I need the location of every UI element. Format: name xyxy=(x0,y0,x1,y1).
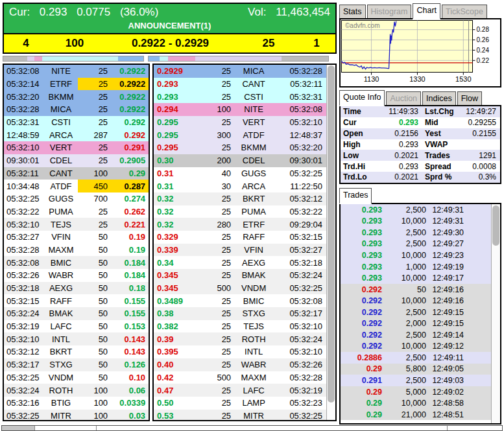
bid-row[interactable]: 05:32:25VNDM500.10 xyxy=(4,371,149,384)
tab-trades[interactable]: Trades xyxy=(339,188,372,204)
trades-scrollbar[interactable] xyxy=(491,204,500,423)
trade-row[interactable]: 0.29310,00012:49:17 xyxy=(341,272,491,284)
trades-panel: 0.2932,50012:49:310.29310,00012:49:310.2… xyxy=(339,203,501,425)
trade-price: 0.29 xyxy=(341,410,382,419)
ask-row[interactable]: 0.345500VNDM05:32:25 xyxy=(154,282,326,295)
ask-row[interactable]: 0.348925BMIC05:32:08 xyxy=(154,294,326,307)
bottom-scrollbar[interactable] xyxy=(1,425,503,431)
trades-scrollbar-thumb[interactable] xyxy=(492,205,499,246)
bid-row[interactable]: 05:32:08BMIC500.184 xyxy=(4,256,149,269)
trade-row[interactable]: 0.29210,00012:49:16 xyxy=(341,295,491,307)
trade-row[interactable]: 0.2921,00012:48:51 xyxy=(341,409,491,421)
trade-row[interactable]: 0.29310,00012:49:23 xyxy=(341,250,491,261)
bid-row[interactable]: 05:32:15RAFF500.155 xyxy=(4,294,149,307)
ask-row[interactable]: 0.42500MAXM05:32:28 xyxy=(154,371,326,384)
bid-row[interactable]: 05:32:10TEJS250.221 xyxy=(4,218,149,231)
ask-row[interactable]: 0.3225BKRT05:32:12 xyxy=(154,192,326,205)
trade-size: 2,000 xyxy=(382,319,426,328)
ask-row[interactable]: 0.29525BKMM05:32:20 xyxy=(154,141,326,154)
ask-row[interactable]: 0.29325CANT05:32:11 xyxy=(154,78,326,91)
bid-row[interactable]: 05:32:31CSTI250.292 xyxy=(4,116,149,129)
trade-row[interactable]: 0.2922,50012:49:15 xyxy=(341,307,491,318)
bid-row[interactable]: 05:32:24ROTH1000.06 xyxy=(4,384,149,397)
tab-indices[interactable]: Indices xyxy=(422,91,456,105)
bid-row[interactable]: 10:34:48ATDF4500.287 xyxy=(4,180,149,192)
ask-row[interactable]: 0.3825STXG05:32:17 xyxy=(154,307,326,320)
bid-row[interactable]: 05:32:20BKMM250.2922 xyxy=(4,90,149,103)
ask-row[interactable]: 0.29525VERT05:32:10 xyxy=(154,116,326,129)
bid-row[interactable]: 05:32:10VERT250.291 xyxy=(4,141,149,154)
ask-row[interactable]: 0.292925MICA05:32:28 xyxy=(154,65,326,78)
ask-row[interactable]: 0.295300ATDF12:48:37 xyxy=(154,128,326,141)
ask-scrollbar[interactable] xyxy=(326,65,335,420)
trade-row[interactable]: 0.2932,50012:49:31 xyxy=(341,204,491,216)
ask-row[interactable]: 0.3925ROTH05:32:24 xyxy=(154,332,326,345)
ask-row[interactable]: 0.38225TEJS05:32:10 xyxy=(154,320,326,333)
trade-row[interactable]: 0.2922,50012:49:14 xyxy=(341,329,491,341)
bid-mm: RAFF xyxy=(44,296,78,306)
trade-row[interactable]: 0.2910,00012:48:58 xyxy=(341,397,491,409)
ask-row[interactable]: 0.3225PUMA05:32:22 xyxy=(154,205,326,218)
ask-row[interactable]: 0.33925VFIN05:32:27 xyxy=(154,244,326,257)
bid-row[interactable]: 05:32:10INTL500.143 xyxy=(4,332,149,345)
bid-row[interactable]: 05:32:25GUGS7000.274 xyxy=(4,192,149,205)
ask-row[interactable]: 0.4725LAFC05:32:19 xyxy=(154,384,326,397)
tab-histogram[interactable]: Histogram xyxy=(367,5,412,18)
ask-row[interactable]: 0.32280ETRF09:29:04 xyxy=(154,218,326,231)
bid-row[interactable]: 05:32:26WABR500.184 xyxy=(4,269,149,282)
bid-row[interactable]: 05:32:27VFIN500.19 xyxy=(4,231,149,244)
tab-tickscope[interactable]: TickScope xyxy=(442,5,487,18)
ask-row[interactable]: 0.3130ARCA11:22:50 xyxy=(154,180,326,192)
trade-time: 12:49:11 xyxy=(426,353,491,362)
trade-time: 12:49:19 xyxy=(426,262,491,272)
tab-auction[interactable]: Auction xyxy=(386,91,421,105)
trade-row[interactable]: 0.2925012:49:16 xyxy=(341,284,491,296)
bid-row[interactable]: 05:32:28MAXM500.19 xyxy=(4,244,149,257)
bid-row[interactable]: 09:30:01CDEL250.2905 xyxy=(4,154,149,167)
trade-row[interactable]: 0.2932,50012:49:30 xyxy=(341,227,491,239)
tab-flow[interactable]: Flow xyxy=(457,91,482,105)
tab-chart[interactable]: Chart xyxy=(413,3,440,19)
ask-row[interactable]: 0.5025LAMP05:32:23 xyxy=(154,397,326,410)
ask-row[interactable]: 0.39525INTL05:32:10 xyxy=(154,345,326,358)
ask-scrollbar-thumb[interactable] xyxy=(328,65,335,402)
trade-time: 12:49:31 xyxy=(426,205,491,215)
trade-row[interactable]: 0.29210,00012:49:12 xyxy=(341,341,491,353)
bottom-scrollbar-thumb[interactable] xyxy=(2,426,35,430)
bid-row[interactable]: 05:32:17STXG500.126 xyxy=(4,358,149,371)
bid-mm: AEXG xyxy=(44,283,78,293)
ask-size: 25 xyxy=(195,66,231,76)
trade-row[interactable]: 0.2922,00012:49:15 xyxy=(341,318,491,329)
bid-row[interactable]: 05:32:18AEXG500.18 xyxy=(4,282,149,295)
bid-row[interactable]: 05:32:28MICA250.2922 xyxy=(4,103,149,116)
ask-row[interactable]: 0.34525BMAK05:32:24 xyxy=(154,269,326,282)
bid-row[interactable]: 05:32:14ETRF250.2922 xyxy=(4,78,149,91)
bid-row[interactable]: 05:32:11CANT1000.29 xyxy=(4,167,149,180)
bid-row[interactable]: 05:32:16BTIG1000.0339 xyxy=(4,397,149,410)
ask-row[interactable]: 0.30200CDEL09:30:01 xyxy=(154,154,326,167)
bid-row[interactable]: 05:32:25MITR1000.03 xyxy=(4,410,149,421)
bid-row[interactable]: 05:32:12BKRT500.143 xyxy=(4,345,149,358)
bid-row[interactable]: 05:32:24BMAK500.155 xyxy=(4,307,149,320)
bid-row[interactable]: 05:32:08NITE250.2922 xyxy=(4,65,149,78)
ask-row[interactable]: 0.3425AEXG05:32:18 xyxy=(154,256,326,269)
trade-row[interactable]: 0.295,80012:49:05 xyxy=(341,364,491,375)
trade-row[interactable]: 0.29310,00012:49:31 xyxy=(341,216,491,227)
ask-row[interactable]: 0.29325CSTI05:32:31 xyxy=(154,90,326,103)
tab-stats[interactable]: Stats xyxy=(339,5,366,18)
announcement-banner[interactable]: ANNOUNCEMENT(1) xyxy=(4,19,335,33)
bid-row[interactable]: 05:32:19LAFC500.153 xyxy=(4,320,149,333)
ask-row[interactable]: 0.294100NITE05:32:08 xyxy=(154,103,326,116)
trade-row[interactable]: 0.28862,50012:49:11 xyxy=(341,352,491,364)
trade-row[interactable]: 0.2931,00012:49:19 xyxy=(341,261,491,273)
trade-row[interactable]: 0.2912,50012:49:03 xyxy=(341,375,491,386)
ask-row[interactable]: 0.4025WABR05:32:26 xyxy=(154,358,326,371)
bid-row[interactable]: 05:32:22PUMA250.262 xyxy=(4,205,149,218)
trade-row[interactable]: 0.295,00012:49:02 xyxy=(341,386,491,398)
ask-row[interactable]: 0.3140GUGS05:32:25 xyxy=(154,167,326,180)
ask-row[interactable]: 0.32925RAFF05:32:15 xyxy=(154,231,326,244)
ask-row[interactable]: 0.5325MITR05:32:25 xyxy=(154,410,326,420)
bid-row[interactable]: 12:48:59ARCA2870.292 xyxy=(4,128,149,141)
trade-row[interactable]: 0.2932,50012:49:27 xyxy=(341,239,491,250)
tab-quote-info[interactable]: Quote Info xyxy=(339,90,385,106)
